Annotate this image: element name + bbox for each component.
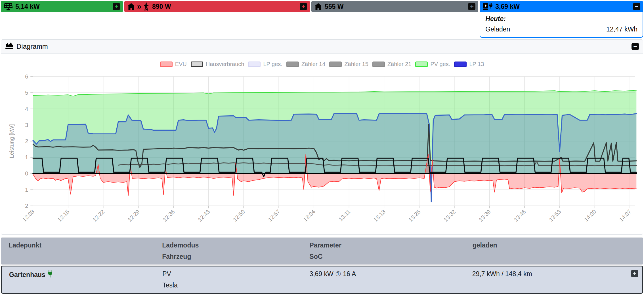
chart-area-icon — [5, 42, 14, 51]
svg-text:13:18: 13:18 — [372, 208, 387, 223]
grid-power-value: 890 W — [152, 3, 171, 10]
charge-mode: PV — [162, 270, 309, 278]
diagram-card: Diagramm − EVUHausverbrauchLP ges.Zähler… — [1, 39, 643, 235]
charged-amount: 29,7 kWh / 148,4 km — [472, 270, 635, 278]
legend-item-z-hler-14[interactable]: Zähler 14 — [286, 61, 326, 67]
svg-text:12:36: 12:36 — [161, 208, 176, 223]
col-fahrzeug: Fahrzeug — [162, 253, 309, 261]
pv-expand-button[interactable]: + — [113, 3, 120, 10]
svg-text:5: 5 — [25, 90, 28, 96]
svg-text:-1: -1 — [23, 187, 28, 193]
house-power-value: 555 W — [325, 3, 343, 10]
diagram-title: Diagramm — [16, 43, 48, 50]
house-power-panel[interactable]: 555 W + — [311, 1, 478, 12]
diagram-header[interactable]: Diagramm − — [1, 40, 643, 54]
grid-power-panel[interactable]: » 890 W + — [124, 1, 310, 12]
svg-text:12:22: 12:22 — [91, 208, 106, 223]
double-chevron-right-icon: » — [137, 3, 141, 10]
house-icon — [314, 3, 322, 10]
svg-text:13:25: 13:25 — [407, 208, 422, 223]
chargepoint-table: Ladepunkt LademodusFahrzeug ParameterSoC… — [1, 238, 643, 294]
power-chart: 6543210-1-212:0812:1512:2212:2912:3612:4… — [3, 71, 641, 233]
pylon-icon — [143, 2, 150, 11]
solar-panel-icon — [4, 3, 13, 10]
svg-text:-2: -2 — [23, 203, 28, 209]
chargepoint-power-panel[interactable]: 3,69 kW − — [480, 1, 643, 12]
legend-item-z-hler-21[interactable]: Zähler 21 — [372, 61, 412, 67]
legend-swatch — [191, 62, 203, 67]
legend-item-hausverbrauch[interactable]: Hausverbrauch — [191, 61, 244, 67]
today-summary-card: Heute: Geladen 12,47 kWh — [480, 12, 643, 38]
charged-value: 12,47 kWh — [606, 26, 637, 33]
legend-swatch — [372, 62, 385, 67]
svg-text:1: 1 — [25, 154, 28, 160]
svg-text:Leistung [kW]: Leistung [kW] — [9, 124, 15, 158]
svg-text:13:53: 13:53 — [548, 208, 562, 223]
legend-label: LP 13 — [469, 61, 484, 67]
svg-text:12:08: 12:08 — [21, 208, 35, 223]
svg-text:13:04: 13:04 — [302, 208, 316, 223]
legend-item-evu[interactable]: EVU — [160, 61, 187, 67]
chargepoint-collapse-button[interactable]: − — [633, 3, 640, 10]
svg-text:3: 3 — [25, 122, 28, 128]
chart-legend: EVUHausverbrauchLP ges.Zähler 14Zähler 1… — [3, 61, 641, 67]
row-expand-button[interactable]: + — [631, 270, 638, 277]
svg-text:4: 4 — [25, 106, 28, 112]
legend-swatch — [415, 62, 428, 67]
svg-text:13:32: 13:32 — [442, 208, 457, 223]
legend-label: EVU — [175, 61, 187, 67]
svg-text:13:11: 13:11 — [337, 208, 352, 223]
legend-label: Zähler 15 — [344, 61, 368, 67]
legend-label: PV ges. — [430, 61, 450, 67]
col-parameter: Parameter — [309, 242, 472, 249]
chargepoint-row[interactable]: Gartenhaus PV Tesla 3,69 kW ① 16 A — [1, 266, 643, 294]
table-header: Ladepunkt LademodusFahrzeug ParameterSoC… — [1, 238, 643, 264]
legend-label: Hausverbrauch — [206, 61, 244, 67]
svg-text:12:15: 12:15 — [56, 208, 71, 223]
today-title: Heute: — [485, 15, 637, 23]
col-geladen: geladen — [473, 242, 635, 249]
col-soc: SoC — [309, 253, 472, 261]
svg-text:12:43: 12:43 — [197, 208, 211, 223]
legend-label: LP ges. — [263, 61, 282, 67]
legend-label: Zähler 21 — [387, 61, 412, 67]
charge-parameter: 3,69 kW ① 16 A — [309, 270, 472, 278]
legend-label: Zähler 14 — [301, 61, 326, 67]
legend-swatch — [286, 62, 299, 67]
charging-station-icon — [483, 3, 493, 10]
legend-swatch — [329, 62, 342, 67]
vehicle-name: Tesla — [162, 281, 309, 289]
col-lademodus: Lademodus — [162, 242, 309, 249]
svg-text:12:50: 12:50 — [232, 208, 246, 223]
svg-text:12:57: 12:57 — [267, 208, 281, 223]
legend-swatch — [454, 62, 467, 67]
house-icon — [127, 3, 135, 10]
svg-text:14:00: 14:00 — [583, 208, 597, 223]
legend-item-lp-ges-[interactable]: LP ges. — [248, 61, 282, 67]
legend-swatch — [160, 62, 173, 67]
chargepoint-name: Gartenhaus — [9, 271, 45, 279]
status-strip: 5,14 kW + » 890 W + — [1, 1, 643, 38]
col-ladepunkt: Ladepunkt — [9, 242, 162, 249]
svg-text:12:29: 12:29 — [126, 208, 141, 223]
svg-text:13:46: 13:46 — [513, 208, 527, 223]
diagram-body: EVUHausverbrauchLP ges.Zähler 14Zähler 1… — [1, 54, 643, 234]
phase-1-icon: ① — [335, 270, 341, 278]
diagram-collapse-button[interactable]: − — [632, 43, 639, 50]
svg-text:6: 6 — [25, 73, 28, 80]
charged-label: Geladen — [485, 26, 510, 33]
house-expand-button[interactable]: + — [468, 3, 475, 10]
svg-text:14:07: 14:07 — [618, 208, 632, 223]
pv-power-panel[interactable]: 5,14 kW + — [1, 1, 123, 12]
legend-swatch — [248, 62, 261, 67]
plug-icon — [48, 270, 53, 280]
legend-item-lp-13[interactable]: LP 13 — [454, 61, 484, 67]
svg-text:13:39: 13:39 — [478, 208, 492, 223]
chargepoint-summary: 3,69 kW − Heute: Geladen 12,47 kWh — [480, 1, 643, 38]
chargepoint-power-value: 3,69 kW — [495, 3, 520, 10]
legend-item-pv-ges-[interactable]: PV ges. — [415, 61, 450, 67]
grid-expand-button[interactable]: + — [300, 3, 307, 10]
svg-text:0: 0 — [25, 170, 28, 177]
legend-item-z-hler-15[interactable]: Zähler 15 — [329, 61, 368, 67]
svg-text:2: 2 — [25, 138, 28, 144]
